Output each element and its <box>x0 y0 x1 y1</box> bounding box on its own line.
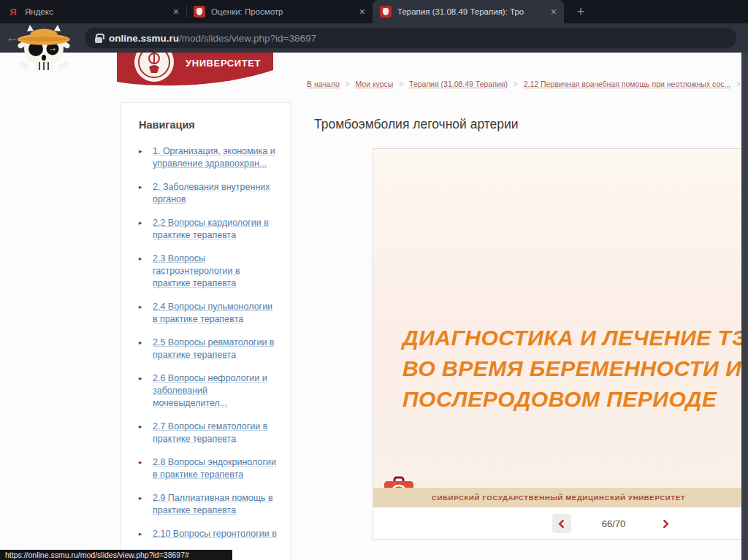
sidebar-item-2: ▸ 2. Заболевания внутренних органов <box>139 181 279 206</box>
sidebar-link[interactable]: 1. Организация, экономика и управление з… <box>153 145 279 170</box>
sidebar-item-2-2: ▸ 2.2 Вопросы кардиологии в практике тер… <box>139 217 279 242</box>
slide-footer-text: СИБИРСКИЙ ГОСУДАРСТВЕННЫЙ МЕДИЦИНСКИЙ УН… <box>432 494 685 502</box>
expand-arrow-icon[interactable]: ▸ <box>139 421 146 445</box>
sidebar-item-2-6: ▸ 2.6 Вопросы нефрологии и заболеваний м… <box>139 372 279 410</box>
new-tab-button[interactable]: + <box>568 0 593 23</box>
page-title: Тромбоэмболия легочной артерии <box>314 117 519 132</box>
breadcrumb-separator: > <box>399 80 403 88</box>
close-icon[interactable]: × <box>551 7 557 17</box>
breadcrumb: В начало > Мои курсы > Терапия (31.08.49… <box>307 80 742 91</box>
breadcrumb-separator: > <box>346 80 350 88</box>
sidebar-item-2-3: ▸ 2.3 Вопросы гастроэнтерологии в практи… <box>139 253 279 290</box>
university-logo-banner[interactable]: УНИВЕРСИТЕТ <box>117 53 273 88</box>
slide-title-text: ДИАГНОСТИКА И ЛЕЧЕНИЕ ТЭЛА ВО ВРЕМЯ БЕРЕ… <box>402 323 748 415</box>
close-icon[interactable]: × <box>359 7 365 17</box>
expand-arrow-icon[interactable]: ▸ <box>139 456 146 481</box>
page-scrollbar[interactable] <box>741 53 748 560</box>
expand-arrow-icon[interactable]: ▸ <box>139 492 146 517</box>
sidebar-link[interactable]: 2.7 Вопросы гематологии в практике терап… <box>153 421 279 445</box>
url-path: /mod/slides/view.php?id=38697 <box>179 33 316 44</box>
yandex-logo-icon: Я <box>7 6 19 18</box>
sidebar-link[interactable]: 2.6 Вопросы нефрологии и заболеваний моч… <box>153 372 279 410</box>
slide-footer-band: СИБИРСКИЙ ГОСУДАРСТВЕННЫЙ МЕДИЦИНСКИЙ УН… <box>373 488 748 507</box>
expand-arrow-icon[interactable]: ▸ <box>139 145 146 170</box>
sidebar-link[interactable]: 2.3 Вопросы гастроэнтерологии в практике… <box>153 253 279 290</box>
page-url: online.ssmu.ru/mod/slides/view.php?id=38… <box>109 33 316 44</box>
expand-arrow-icon[interactable]: ▸ <box>139 181 146 206</box>
chevron-left-icon <box>558 519 568 529</box>
ssmu-favicon-icon <box>194 6 205 18</box>
prev-slide-button[interactable] <box>552 514 571 533</box>
slide-counter: 66/70 <box>602 518 626 529</box>
sidebar-link[interactable]: 2.10 Вопросы геронтологии в <box>153 528 277 540</box>
slide-line: ДИАГНОСТИКА И ЛЕЧЕНИЕ ТЭЛА <box>402 323 748 353</box>
breadcrumb-separator: > <box>514 80 518 88</box>
university-logo-text: УНИВЕРСИТЕТ <box>186 58 261 69</box>
tab-title: Оценки: Просмотр <box>211 7 354 16</box>
navigation-sidebar: Навигация ▸ 1. Организация, экономика и … <box>121 102 291 560</box>
browser-toolbar: ← → ↻ online.ssmu.ru/mod/slides/view.php… <box>0 23 748 53</box>
browser-tab-bar: Я Яндекс × Оценки: Просмотр × Терапия (3… <box>0 0 748 23</box>
breadcrumb-course[interactable]: Терапия (31.08.49 Терапия) <box>409 80 508 88</box>
slide-canvas: ДИАГНОСТИКА И ЛЕЧЕНИЕ ТЭЛА ВО ВРЕМЯ БЕРЕ… <box>373 149 748 488</box>
sidebar-link[interactable]: 2.8 Вопросы эндокринологии в практике те… <box>153 456 279 481</box>
slide-viewer: ДИАГНОСТИКА И ЛЕЧЕНИЕ ТЭЛА ВО ВРЕМЯ БЕРЕ… <box>373 148 748 540</box>
tab-yandex[interactable]: Я Яндекс × <box>0 0 186 23</box>
expand-arrow-icon[interactable]: ▸ <box>139 253 146 290</box>
ssmu-favicon-icon <box>380 6 392 18</box>
sidebar-link[interactable]: 2.5 Вопросы ревматологии в практике тера… <box>153 337 279 361</box>
address-bar[interactable]: online.ssmu.ru/mod/slides/view.php?id=38… <box>85 28 736 48</box>
expand-arrow-icon[interactable]: ▸ <box>139 337 146 361</box>
sidebar-link[interactable]: 2.4 Вопросы пульмонологии в практике тер… <box>153 301 279 326</box>
status-url-tooltip: https://online.ssmu.ru/mod/slides/view.p… <box>0 550 232 560</box>
sidebar-item-2-9: ▸ 2.9 Паллиативная помощь в практике тер… <box>139 492 279 517</box>
sidebar-item-2-7: ▸ 2.7 Вопросы гематологии в практике тер… <box>139 421 279 445</box>
lock-icon <box>95 37 102 43</box>
url-host: online.ssmu.ru <box>109 33 179 44</box>
sidebar-item-2-4: ▸ 2.4 Вопросы пульмонологии в практике т… <box>139 301 279 326</box>
sidebar-item-2-5: ▸ 2.5 Вопросы ревматологии в практике те… <box>139 337 279 361</box>
close-icon[interactable]: × <box>173 7 179 17</box>
page-content: УНИВЕРСИТЕТ В начало > Мои курсы > Терап… <box>0 53 748 560</box>
tab-title: Яндекс <box>25 7 167 16</box>
tab-grades[interactable]: Оценки: Просмотр × <box>186 0 373 23</box>
sidebar-item-1: ▸ 1. Организация, экономика и управление… <box>139 145 279 170</box>
expand-arrow-icon[interactable]: ▸ <box>139 528 146 540</box>
sidebar-link[interactable]: 2.2 Вопросы кардиологии в практике терап… <box>153 217 279 242</box>
sidebar-title: Навигация <box>139 119 279 131</box>
breadcrumb-my-courses[interactable]: Мои курсы <box>355 80 393 88</box>
slide-pagination: 66/70 <box>373 507 748 540</box>
sidebar-item-2-10: ▸ 2.10 Вопросы геронтологии в <box>139 528 279 540</box>
next-slide-button[interactable] <box>656 514 675 533</box>
breadcrumb-separator: > <box>736 80 741 88</box>
breadcrumb-section[interactable]: 2.12 Первичная врачебная помощь при неот… <box>524 80 731 88</box>
chevron-right-icon <box>660 519 669 529</box>
sidebar-link[interactable]: 2.9 Паллиативная помощь в практике терап… <box>153 492 279 517</box>
expand-arrow-icon[interactable]: ▸ <box>139 301 146 326</box>
forward-icon[interactable]: → <box>22 31 41 45</box>
back-icon[interactable]: ← <box>3 31 22 45</box>
slide-line: ПОСЛЕРОДОВОМ ПЕРИОДЕ <box>402 384 748 415</box>
expand-arrow-icon[interactable]: ▸ <box>139 372 146 410</box>
expand-arrow-icon[interactable]: ▸ <box>139 217 146 242</box>
sidebar-item-2-8: ▸ 2.8 Вопросы эндокринологии в практике … <box>139 456 279 481</box>
slide-line: ВО ВРЕМЯ БЕРЕМЕННОСТИ И <box>402 353 748 384</box>
sidebar-link[interactable]: 2. Заболевания внутренних органов <box>153 181 279 206</box>
university-emblem-icon <box>133 53 175 83</box>
tab-therapy-active[interactable]: Терапия (31.08.49 Терапия): Тро × <box>373 0 564 23</box>
tab-title: Терапия (31.08.49 Терапия): Тро <box>397 7 545 16</box>
breadcrumb-home[interactable]: В начало <box>307 80 340 88</box>
